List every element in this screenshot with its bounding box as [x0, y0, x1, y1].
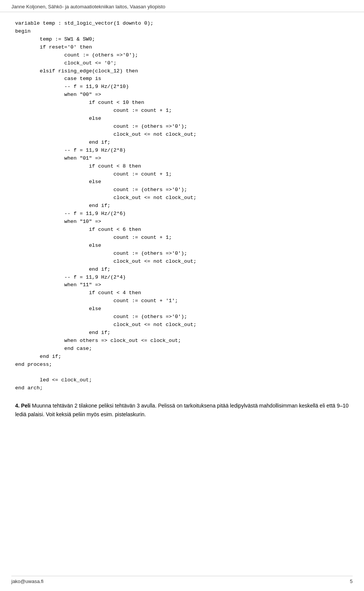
main-content: variable temp : std_logic_vector(1 downt… [0, 12, 364, 429]
header-text: Janne Koljonen, Sähkö- ja automaatiotekn… [11, 4, 165, 9]
section-number: 4. Peli [15, 403, 30, 409]
page-header: Janne Koljonen, Sähkö- ja automaatiotekn… [0, 0, 364, 12]
footer-email: jako@uwasa.fi [11, 578, 44, 584]
footer-page: 5 [350, 578, 353, 584]
page-footer: jako@uwasa.fi 5 [11, 576, 353, 584]
code-block: variable temp : std_logic_vector(1 downt… [15, 20, 349, 392]
section-title: 4. Peli Muunna tehtävän 2 tilakone pelik… [15, 401, 349, 419]
